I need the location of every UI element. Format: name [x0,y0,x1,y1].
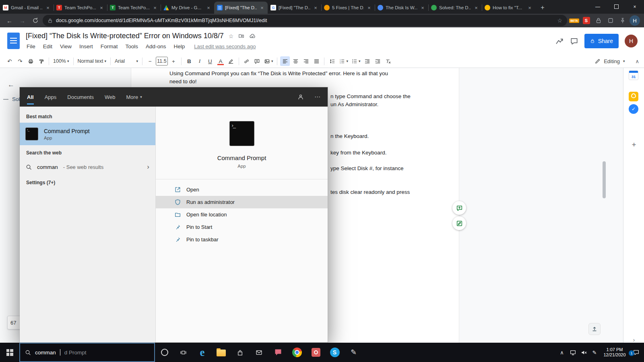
settings-group-label[interactable]: Settings (7+) [26,180,155,185]
taskbar-search-input[interactable]: comman d Prompt [19,343,155,362]
tasks-icon[interactable] [629,104,638,114]
taskbar-clock[interactable]: 1:07 PM 12/21/2020 [602,347,627,358]
keep-icon[interactable] [629,92,638,101]
menu-edit[interactable]: Edit [43,43,52,49]
doc-status-cloud-icon[interactable] [249,33,255,39]
back-button[interactable]: ← [4,15,15,26]
action-run-as-administrator[interactable]: Run as administrator [156,196,328,208]
user-account-icon[interactable] [297,94,304,100]
share-button[interactable]: Share [584,34,619,48]
document-text-fragment[interactable]: n the Keyboard. [330,133,369,139]
document-text-line[interactable]: need to do! [169,78,423,86]
search-options-ellipsis-icon[interactable]: ⋯ [314,93,320,101]
font-size-increase-button[interactable]: + [169,56,178,66]
file-explorer-button[interactable] [212,343,231,362]
volume-muted-icon[interactable] [580,349,587,356]
calendar-icon[interactable]: 31 [629,70,638,80]
browser-tab[interactable]: 5 Fixes | The D...× [321,2,375,14]
menu-format[interactable]: Format [101,43,118,49]
last-edit-link[interactable]: Last edit was seconds ago [194,43,256,49]
undo-button[interactable]: ↶ [5,56,14,66]
side-panel-collapse-icon[interactable]: › [629,334,639,343]
window-minimize-button[interactable]: — [588,0,607,13]
browser-tab-active[interactable]: [Fixed] "The D...× [214,2,268,14]
tab-close-icon[interactable]: × [420,5,425,11]
url-bar[interactable]: docs.google.com/document/d/1dElRMNv5A-uM… [43,15,567,26]
search-tab-apps[interactable]: Apps [45,87,57,107]
align-center-button[interactable] [291,56,300,66]
highlight-color-button[interactable] [226,56,236,66]
docs-logo-icon[interactable] [7,33,20,49]
text-color-button[interactable]: A [216,56,225,66]
mail-button[interactable] [250,343,268,362]
bulleted-list-button[interactable]: ▾ [350,56,362,66]
document-outline-item[interactable]: Sol [3,96,20,102]
add-comment-fab[interactable] [452,201,466,215]
bookmark-star-icon[interactable]: ☆ [557,17,562,24]
search-tab-all[interactable]: All [27,87,34,107]
insert-link-button[interactable] [242,56,252,66]
tray-expand-icon[interactable]: ∧ [558,350,566,356]
browser-tab[interactable]: Team TechPo...× [107,2,161,14]
browser-tab[interactable]: [Fixed] "The D...× [268,2,321,14]
action-pin-to-start[interactable]: Pin to Start [156,221,328,233]
web-search-result[interactable]: comman - See web results › [20,159,155,175]
tab-close-icon[interactable]: × [527,5,533,11]
align-left-button[interactable] [280,56,290,66]
collapse-toolbar-icon[interactable]: ∧ [635,58,639,64]
browser-tab[interactable]: The Disk Is W...× [375,2,428,14]
align-right-button[interactable] [301,56,311,66]
start-button[interactable] [0,343,19,362]
font-size-input[interactable]: 11.5 [156,57,168,66]
search-tab-more[interactable]: More▾ [126,87,142,107]
messaging-button[interactable] [268,343,287,362]
window-maximize-button[interactable] [607,0,625,13]
document-text-fragment[interactable]: un As Administrator. [330,101,378,107]
best-match-result[interactable]: Command Prompt App [20,123,155,145]
underline-button[interactable]: U [205,56,215,66]
profile-avatar[interactable]: H [630,15,640,26]
add-addon-icon[interactable]: + [629,140,639,150]
new-tab-button[interactable]: + [537,2,548,13]
tab-close-icon[interactable]: × [313,5,318,11]
document-text-fragment[interactable]: ype Select Disk #, for instance [330,165,404,171]
chrome-button[interactable] [287,343,306,362]
account-avatar[interactable]: H [625,35,638,47]
numbered-list-button[interactable]: 123▾ [338,56,349,66]
paint-app-button[interactable]: ✎ [344,343,363,362]
tab-close-icon[interactable]: × [366,5,372,11]
font-select[interactable]: Arial▾ [114,56,139,66]
action-open-file-location[interactable]: Open file location [156,208,328,221]
font-size-decrease-button[interactable]: − [145,56,155,66]
store-button[interactable] [231,343,250,362]
tab-close-icon[interactable]: × [99,5,104,11]
skype-button[interactable] [325,343,344,362]
action-open[interactable]: Open [156,183,328,196]
paragraph-style-select[interactable]: Normal text▾ [76,56,107,66]
menu-addons[interactable]: Add-ons [146,43,166,49]
document-scrollbar[interactable] [603,161,606,198]
s-extension-icon[interactable]: S [583,17,590,24]
print-button[interactable] [26,56,35,66]
comments-icon[interactable] [570,37,578,45]
menu-insert[interactable]: Insert [79,43,93,49]
windows-ink-pen-icon[interactable]: ✎ [591,350,598,356]
browser-tab[interactable]: Team TechPo...× [54,2,107,14]
beta-extension-icon[interactable]: BETA [569,19,579,23]
document-text-line[interactable]: Using Command Prompt you can fix “The Di… [169,70,423,78]
editing-mode-select[interactable]: Editing ▾ [591,57,628,66]
italic-button[interactable]: I [195,56,204,66]
tab-close-icon[interactable]: × [206,5,211,11]
window-close-button[interactable]: × [625,0,644,13]
tab-close-icon[interactable]: × [259,5,265,11]
bold-button[interactable]: B [184,56,194,66]
browser-tab[interactable]: My Drive - G...× [161,2,214,14]
edge-button[interactable] [193,343,212,362]
star-doc-icon[interactable]: ☆ [229,33,234,39]
redo-button[interactable]: ↷ [15,56,25,66]
insert-comment-button[interactable] [252,56,262,66]
align-justify-button[interactable] [312,56,321,66]
extensions-pin-icon[interactable] [617,16,627,26]
menu-tools[interactable]: Tools [126,43,138,49]
paint-format-button[interactable] [36,56,46,66]
